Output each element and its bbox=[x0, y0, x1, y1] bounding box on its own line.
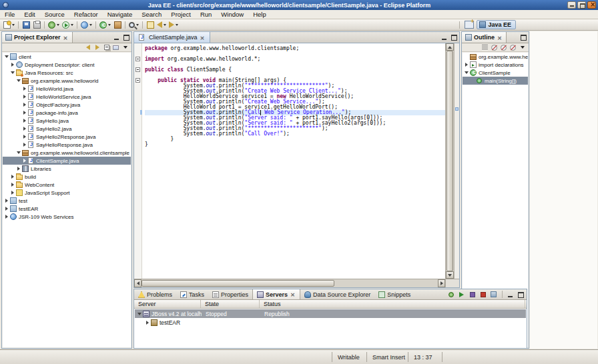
close-editor-icon[interactable] bbox=[200, 35, 206, 41]
project-item-webcontent[interactable]: WebContent bbox=[3, 181, 131, 189]
expander-icon[interactable] bbox=[15, 151, 21, 154]
minimize-view-button[interactable] bbox=[113, 33, 121, 41]
servers-table[interactable]: JBoss v4.2 at localhostStoppedRepublisht… bbox=[135, 309, 526, 347]
menu-project[interactable]: Project bbox=[166, 10, 196, 19]
menu-search[interactable]: Search bbox=[137, 10, 166, 19]
tab-properties[interactable]: Properties bbox=[208, 289, 252, 299]
code-text-area[interactable]: package org.example.www.helloworld.clien… bbox=[142, 43, 445, 279]
horizontal-scroll-thumb[interactable] bbox=[141, 280, 334, 287]
project-item-libraries[interactable]: Libraries bbox=[3, 165, 131, 173]
menu-refactor[interactable]: Refactor bbox=[69, 10, 103, 19]
project-item-test[interactable]: test bbox=[3, 197, 131, 205]
expander-icon[interactable] bbox=[3, 207, 9, 211]
project-item-client[interactable]: client bbox=[3, 53, 131, 61]
tab-project-explorer[interactable]: Project Explorer bbox=[2, 32, 73, 43]
expander-icon[interactable] bbox=[3, 55, 9, 58]
open-perspective-icon[interactable] bbox=[465, 21, 474, 29]
tab-clientsample-java[interactable]: ClientSample.java bbox=[134, 32, 210, 43]
close-view-icon[interactable] bbox=[63, 35, 69, 41]
expander-icon[interactable] bbox=[21, 143, 27, 147]
expander-icon[interactable] bbox=[144, 321, 150, 325]
publish-to-server-button[interactable] bbox=[489, 290, 498, 299]
server-row-jboss-v4-2-at-localhost[interactable]: JBoss v4.2 at localhostStoppedRepublish bbox=[135, 309, 526, 318]
new-web-service-button[interactable] bbox=[79, 20, 93, 30]
expander-icon[interactable] bbox=[21, 159, 27, 163]
sort-button[interactable] bbox=[481, 44, 489, 51]
expander-icon[interactable] bbox=[15, 79, 21, 82]
search-button[interactable] bbox=[127, 20, 140, 30]
project-explorer-tree[interactable]: clientDeployment Descriptor: clientJava … bbox=[3, 53, 131, 347]
maximize-window-button[interactable] bbox=[577, 1, 586, 9]
expander-icon[interactable] bbox=[21, 111, 27, 115]
new-java-package-button[interactable] bbox=[112, 20, 123, 30]
outline-item-org-example-www-helloworld[interactable]: org.example.www.helloworld bbox=[463, 53, 528, 61]
forward-button[interactable] bbox=[93, 44, 101, 51]
project-item-sayhelloresponse-java[interactable]: SayHelloResponse.java bbox=[3, 141, 131, 149]
maximize-view-button[interactable] bbox=[122, 33, 130, 41]
close-view-icon[interactable] bbox=[290, 291, 296, 297]
forward-button[interactable] bbox=[168, 20, 180, 30]
collapse-all-button[interactable] bbox=[103, 44, 110, 51]
project-item-objectfactory-java[interactable]: ObjectFactory.java bbox=[3, 101, 131, 109]
hide-fields-button[interactable] bbox=[491, 44, 498, 51]
scroll-down-arrow[interactable] bbox=[446, 271, 454, 279]
server-row-testear[interactable]: testEAR bbox=[135, 318, 526, 327]
project-item-sayhello-java[interactable]: SayHello.java bbox=[3, 117, 131, 125]
tab-snippets[interactable]: Snippets bbox=[374, 289, 414, 299]
expander-icon[interactable] bbox=[21, 103, 27, 107]
expander-icon[interactable] bbox=[136, 313, 142, 315]
expander-icon[interactable] bbox=[9, 183, 15, 187]
expander-icon[interactable] bbox=[463, 63, 469, 67]
hide-non-public-members-button[interactable] bbox=[509, 44, 517, 51]
minimize-editor-button[interactable] bbox=[440, 33, 448, 41]
expander-icon[interactable] bbox=[3, 199, 9, 203]
back-button[interactable] bbox=[156, 20, 168, 30]
project-item-testear[interactable]: testEAR bbox=[3, 205, 131, 213]
new-java-class-button[interactable] bbox=[98, 20, 112, 30]
menu-run[interactable]: Run bbox=[196, 10, 216, 19]
print-button[interactable] bbox=[31, 20, 42, 30]
project-item-jsr-109-web-services[interactable]: JSR-109 Web Services bbox=[3, 213, 131, 221]
expander-icon[interactable] bbox=[21, 127, 27, 131]
menu-edit[interactable]: Edit bbox=[19, 10, 39, 19]
expander-icon[interactable] bbox=[463, 71, 469, 74]
back-button[interactable] bbox=[84, 44, 91, 51]
last-edit-button[interactable] bbox=[145, 20, 156, 30]
tab-outline[interactable]: Outline bbox=[462, 32, 507, 43]
menu-source[interactable]: Source bbox=[40, 10, 69, 19]
fold-marker-icon[interactable] bbox=[135, 57, 140, 61]
expander-icon[interactable] bbox=[21, 135, 27, 139]
column-header-server[interactable]: Server bbox=[134, 300, 201, 308]
outline-item-main-string[interactable]: main(String[]) bbox=[463, 77, 528, 85]
fold-marker-icon[interactable] bbox=[135, 67, 140, 72]
stop-server-button[interactable] bbox=[479, 290, 487, 299]
expander-icon[interactable] bbox=[9, 191, 15, 195]
project-item-build[interactable]: build bbox=[3, 173, 131, 181]
profile-server-button[interactable] bbox=[468, 290, 477, 299]
project-item-org-example-www-helloworld-clientsample[interactable]: org.example.www.helloworld.clientsample bbox=[3, 149, 131, 157]
expander-icon[interactable] bbox=[21, 87, 27, 91]
debug-server-button[interactable] bbox=[446, 290, 455, 299]
close-window-button[interactable] bbox=[587, 1, 596, 9]
expander-icon[interactable] bbox=[9, 63, 15, 67]
expander-icon[interactable] bbox=[3, 215, 9, 219]
outline-item-import-declarations[interactable]: import declarations bbox=[463, 61, 528, 69]
tab-problems[interactable]: Problems bbox=[134, 289, 176, 299]
view-menu-button[interactable] bbox=[519, 44, 526, 51]
project-item-clientsample-java[interactable]: ClientSample.java bbox=[3, 157, 131, 165]
project-item-helloworldservice-java[interactable]: HelloWorldService.java bbox=[3, 93, 131, 101]
new-wizard-button[interactable] bbox=[2, 20, 16, 30]
project-item-java-resources-src[interactable]: Java Resources: src bbox=[3, 69, 131, 77]
column-header-status[interactable]: Status bbox=[260, 300, 525, 308]
tab-servers[interactable]: Servers bbox=[252, 289, 300, 299]
menu-navigate[interactable]: Navigate bbox=[103, 10, 137, 19]
perspective-java-ee-button[interactable]: Java EE bbox=[477, 20, 516, 29]
debug-button[interactable] bbox=[47, 20, 61, 30]
hide-static-members-button[interactable] bbox=[500, 44, 507, 51]
outline-item-clientsample[interactable]: ClientSample bbox=[463, 69, 528, 77]
overview-ruler[interactable] bbox=[454, 43, 459, 279]
scroll-right-arrow[interactable] bbox=[438, 279, 445, 287]
start-server-button[interactable] bbox=[457, 290, 466, 299]
maximize-view-button[interactable] bbox=[519, 33, 527, 41]
project-item-javascript-support[interactable]: JavaScript Support bbox=[3, 189, 131, 197]
